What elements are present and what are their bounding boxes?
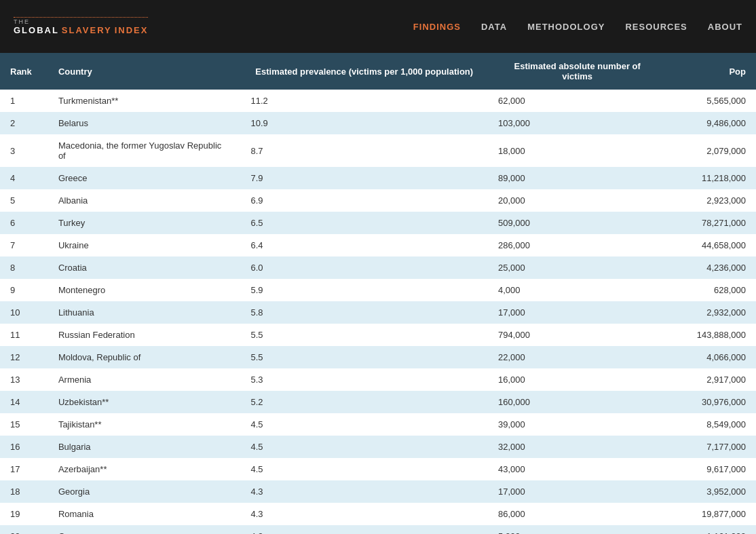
data-table-container: Rank Country Estimated prevalence (victi… [0, 53, 756, 534]
cell-rank: 7 [0, 234, 48, 256]
cell-absolute: 16,000 [488, 368, 666, 391]
cell-prevalence: 6.9 [240, 189, 488, 212]
logo-index: INDEX [115, 26, 149, 36]
cell-country: Moldova, Republic of [48, 346, 241, 368]
cell-absolute: 62,000 [488, 90, 666, 112]
cell-prevalence: 5.2 [240, 391, 488, 413]
table-row: 10Lithuania5.817,0002,932,000 [0, 301, 756, 324]
cell-pop: 2,917,000 [666, 368, 756, 391]
cell-absolute: 17,000 [488, 301, 666, 324]
cell-rank: 19 [0, 503, 48, 525]
cell-prevalence: 5.9 [240, 279, 488, 301]
cell-rank: 1 [0, 90, 48, 112]
cell-prevalence: 4.2 [240, 525, 488, 534]
cell-absolute: 25,000 [488, 256, 666, 279]
cell-country: Turkmenistan** [48, 90, 241, 112]
table-row: 7Ukraine6.4286,00044,658,000 [0, 234, 756, 256]
cell-prevalence: 5.3 [240, 368, 488, 391]
cell-rank: 10 [0, 301, 48, 324]
cell-rank: 4 [0, 167, 48, 189]
cell-prevalence: 4.5 [240, 413, 488, 436]
cell-country: Tajikistan** [48, 413, 241, 436]
cell-prevalence: 5.8 [240, 301, 488, 324]
cell-country: Romania [48, 503, 241, 525]
logo[interactable]: THE GLOBAL SLAVERY INDEX [14, 17, 148, 36]
cell-prevalence: 5.5 [240, 324, 488, 346]
table-row: 4Greece7.989,00011,218,000 [0, 167, 756, 189]
cell-absolute: 18,000 [488, 134, 666, 167]
cell-absolute: 22,000 [488, 346, 666, 368]
cell-country: Russian Federation [48, 324, 241, 346]
nav-data[interactable]: DATA [481, 22, 507, 32]
col-prevalence: Estimated prevalence (victims per 1,000 … [240, 53, 488, 90]
cell-country: Montenegro [48, 279, 241, 301]
table-row: 11Russian Federation5.5794,000143,888,00… [0, 324, 756, 346]
cell-pop: 2,932,000 [666, 301, 756, 324]
nav-methodology[interactable]: METHODOLOGY [527, 22, 605, 32]
logo-slavery: SLAVERY [62, 26, 112, 36]
cell-prevalence: 6.4 [240, 234, 488, 256]
col-rank: Rank [0, 53, 48, 90]
cell-pop: 44,658,000 [666, 234, 756, 256]
cell-rank: 20 [0, 525, 48, 534]
cell-pop: 2,923,000 [666, 189, 756, 212]
cell-country: Georgia [48, 480, 241, 503]
cell-pop: 30,976,000 [666, 391, 756, 413]
cell-rank: 18 [0, 480, 48, 503]
cell-pop: 1,161,000 [666, 525, 756, 534]
col-absolute: Estimated absolute number of victims [488, 53, 666, 90]
cell-country: Azerbaijan** [48, 458, 241, 480]
cell-pop: 9,617,000 [666, 458, 756, 480]
cell-rank: 3 [0, 134, 48, 167]
table-row: 17Azerbaijan**4.543,0009,617,000 [0, 458, 756, 480]
cell-rank: 11 [0, 324, 48, 346]
table-row: 9Montenegro5.94,000628,000 [0, 279, 756, 301]
cell-rank: 9 [0, 279, 48, 301]
cell-absolute: 103,000 [488, 112, 666, 134]
nav-about[interactable]: ABOUT [708, 22, 742, 32]
table-row: 12Moldova, Republic of5.522,0004,066,000 [0, 346, 756, 368]
table-row: 13Armenia5.316,0002,917,000 [0, 368, 756, 391]
table-row: 5Albania6.920,0002,923,000 [0, 189, 756, 212]
col-pop: Pop [666, 53, 756, 90]
cell-prevalence: 7.9 [240, 167, 488, 189]
cell-pop: 5,565,000 [666, 90, 756, 112]
table-row: 2Belarus10.9103,0009,486,000 [0, 112, 756, 134]
cell-prevalence: 4.5 [240, 458, 488, 480]
nav-resources[interactable]: RESOURCES [625, 22, 687, 32]
table-body: 1Turkmenistan**11.262,0005,565,0002Belar… [0, 90, 756, 534]
cell-rank: 2 [0, 112, 48, 134]
cell-pop: 9,486,000 [666, 112, 756, 134]
cell-country: Turkey [48, 212, 241, 234]
nav-findings[interactable]: FINDINGS [413, 22, 461, 32]
cell-country: Uzbekistan** [48, 391, 241, 413]
cell-absolute: 20,000 [488, 189, 666, 212]
cell-rank: 6 [0, 212, 48, 234]
table-row: 16Bulgaria4.532,0007,177,000 [0, 436, 756, 458]
table-row: 6Turkey6.5509,00078,271,000 [0, 212, 756, 234]
cell-rank: 17 [0, 458, 48, 480]
cell-prevalence: 6.5 [240, 212, 488, 234]
site-header: THE GLOBAL SLAVERY INDEX FINDINGS DATA M… [0, 0, 756, 53]
cell-country: Albania [48, 189, 241, 212]
cell-absolute: 32,000 [488, 436, 666, 458]
table-row: 1Turkmenistan**11.262,0005,565,000 [0, 90, 756, 112]
cell-absolute: 5,000 [488, 525, 666, 534]
cell-pop: 628,000 [666, 279, 756, 301]
cell-country: Greece [48, 167, 241, 189]
table-row: 14Uzbekistan**5.2160,00030,976,000 [0, 391, 756, 413]
cell-rank: 12 [0, 346, 48, 368]
cell-rank: 15 [0, 413, 48, 436]
table-row: 8Croatia6.025,0004,236,000 [0, 256, 756, 279]
cell-rank: 16 [0, 436, 48, 458]
cell-country: Ukraine [48, 234, 241, 256]
cell-absolute: 509,000 [488, 212, 666, 234]
cell-rank: 14 [0, 391, 48, 413]
cell-pop: 19,877,000 [666, 503, 756, 525]
cell-pop: 8,549,000 [666, 413, 756, 436]
cell-country: Macedonia, the former Yugoslav Republic … [48, 134, 241, 167]
cell-country: Cyprus [48, 525, 241, 534]
cell-prevalence: 6.0 [240, 256, 488, 279]
table-row: 18Georgia4.317,0003,952,000 [0, 480, 756, 503]
cell-absolute: 89,000 [488, 167, 666, 189]
